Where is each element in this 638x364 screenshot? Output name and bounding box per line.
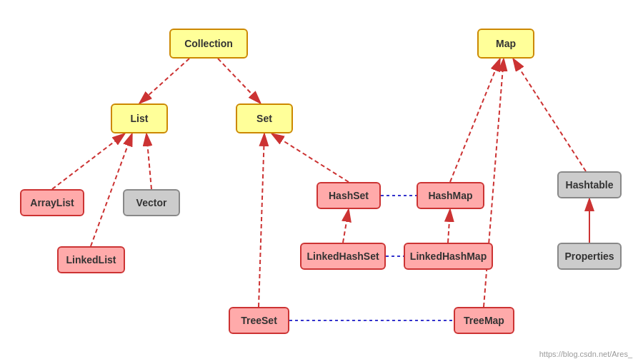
node-collection: Collection <box>169 29 248 59</box>
node-list: List <box>111 103 168 133</box>
svg-line-11 <box>448 209 450 243</box>
node-hashtable: Hashtable <box>557 171 622 198</box>
svg-line-8 <box>343 209 349 243</box>
svg-line-9 <box>259 133 264 307</box>
diagram-container: CollectionMapListSetArrayListVectorLinke… <box>0 0 638 364</box>
node-linkedhashmap: LinkedHashMap <box>404 243 493 270</box>
svg-line-3 <box>218 59 261 103</box>
node-linkedhashset: LinkedHashSet <box>300 243 386 270</box>
node-arraylist: ArrayList <box>20 189 84 216</box>
watermark: https://blog.csdn.net/Ares_ <box>539 350 632 358</box>
node-set: Set <box>236 103 293 133</box>
node-linkedlist: LinkedList <box>57 246 125 273</box>
node-vector: Vector <box>123 189 180 216</box>
node-properties: Properties <box>557 243 622 270</box>
node-hashset: HashSet <box>316 182 381 209</box>
node-hashmap: HashMap <box>417 182 484 209</box>
node-treeset: TreeSet <box>229 307 289 334</box>
svg-line-5 <box>146 133 151 189</box>
svg-line-13 <box>513 59 586 171</box>
node-treemap: TreeMap <box>454 307 514 334</box>
svg-line-4 <box>52 133 125 189</box>
svg-line-10 <box>450 59 500 182</box>
node-map: Map <box>477 29 534 59</box>
svg-line-7 <box>271 133 349 182</box>
svg-line-2 <box>139 59 189 103</box>
